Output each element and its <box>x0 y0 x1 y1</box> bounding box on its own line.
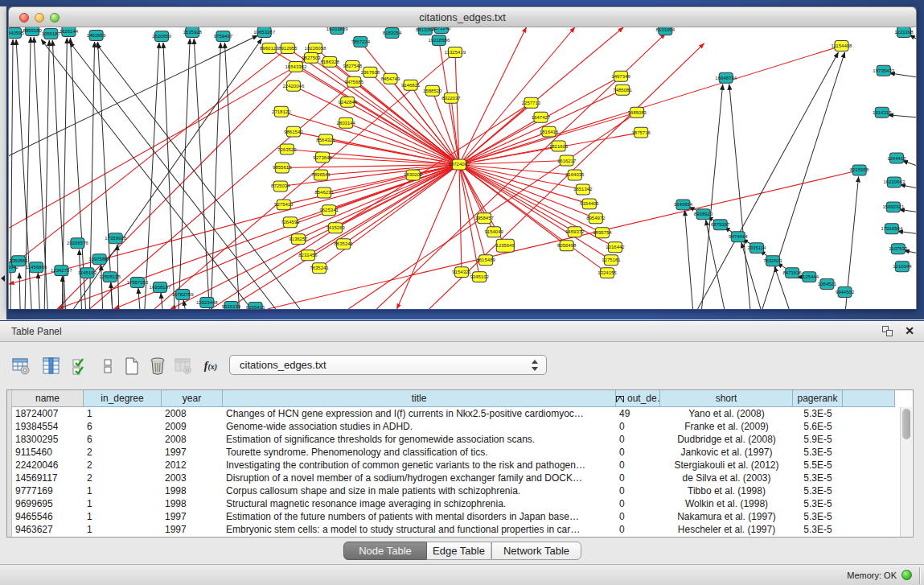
citation-edge-black[interactable] <box>41 39 251 309</box>
citation-edge-black[interactable] <box>889 73 916 77</box>
table-row[interactable]: 946554611997Estimation of the future num… <box>12 510 895 523</box>
table-row[interactable]: 1872400712008Changes of HCN gene express… <box>12 407 895 420</box>
table-cell[interactable]: Changes of HCN gene expression and I(f) … <box>223 407 616 420</box>
citation-edge-black[interactable] <box>111 282 113 309</box>
table-cell[interactable]: Estimation of the future numbers of pati… <box>223 510 616 523</box>
table-cell[interactable]: 1998 <box>162 497 223 510</box>
table-mode-icon[interactable] <box>10 355 32 377</box>
table-cell[interactable]: 5.3E-5 <box>793 497 843 510</box>
table-cell[interactable]: 2003 <box>162 472 223 484</box>
table-cell[interactable] <box>843 420 895 433</box>
table-cell[interactable]: 22420046 <box>12 459 84 472</box>
delete-column-icon[interactable] <box>146 355 169 377</box>
citation-edge-black[interactable] <box>9 35 258 156</box>
table-cell[interactable]: 9115460 <box>12 446 84 459</box>
table-cell[interactable]: 0 <box>616 497 660 510</box>
column-header-outde[interactable]: out_de… <box>616 390 660 407</box>
citation-edge-black[interactable] <box>897 231 916 233</box>
network-view-window[interactable]: citations_edges.txt 16405958959180105918… <box>8 6 917 310</box>
column-header-title[interactable]: title <box>223 390 616 407</box>
table-cell[interactable]: Stergiakouli et al. (2012) <box>660 459 793 472</box>
table-cell[interactable]: 1 <box>84 484 162 497</box>
table-cell[interactable] <box>843 459 895 472</box>
citation-edge-red[interactable] <box>268 170 860 309</box>
table-cell[interactable]: Dudbridge et al. (2008) <box>660 433 793 446</box>
citation-edge-red[interactable] <box>347 102 459 165</box>
citation-edge-black[interactable] <box>101 265 103 309</box>
table-cell[interactable]: Estimation of significance thresholds fo… <box>223 433 616 446</box>
table-row[interactable]: 977716911998Corpus callosum shape and si… <box>12 484 895 497</box>
table-cell[interactable]: Disruption of a novel member of a sodium… <box>223 472 616 484</box>
tab-network-table[interactable]: Network Table <box>491 542 581 560</box>
table-cell[interactable]: Wolkin et al. (1998) <box>660 497 793 510</box>
table-cell[interactable]: Tibbo et al. (1998) <box>660 484 793 497</box>
table-cell[interactable]: 2008 <box>162 433 223 446</box>
table-cell[interactable]: 0 <box>616 523 660 536</box>
table-panel-header[interactable]: Table Panel ✕ <box>0 321 924 342</box>
table-cell[interactable]: 1997 <box>162 446 223 459</box>
table-cell[interactable]: 9465546 <box>12 510 84 523</box>
tab-node-table[interactable]: Node Table <box>343 542 427 560</box>
table-cell[interactable]: Genome-wide association studies in ADHD. <box>223 420 616 433</box>
citation-edge-black[interactable] <box>698 52 839 309</box>
table-cell[interactable]: 0 <box>616 510 660 523</box>
table-cell[interactable]: Franke et al. (2009) <box>660 420 793 433</box>
column-header-short[interactable]: short <box>660 390 793 407</box>
column-header-pagerank[interactable]: pagerank <box>793 390 843 407</box>
citation-edge-black[interactable] <box>684 210 692 309</box>
table-cell[interactable]: 5.3E-5 <box>793 484 843 497</box>
table-cell[interactable]: 2009 <box>162 420 223 433</box>
column-header-year[interactable]: year <box>162 390 223 407</box>
create-column-icon[interactable] <box>121 355 143 377</box>
table-cell[interactable]: Tourette syndrome. Phenomenology and cla… <box>223 446 616 459</box>
table-cell[interactable]: 19384554 <box>12 420 84 433</box>
table-cell[interactable]: 1 <box>84 510 162 523</box>
table-cell[interactable]: Investigating the contribution of common… <box>223 459 616 472</box>
citation-edge-black[interactable] <box>97 43 300 309</box>
table-row[interactable]: 911546021997Tourette syndrome. Phenomeno… <box>12 446 895 459</box>
table-cell[interactable]: Nakamura et al. (1997) <box>660 510 793 523</box>
select-columns-icon[interactable] <box>69 355 92 377</box>
close-panel-icon[interactable]: ✕ <box>905 324 914 337</box>
table-cell[interactable]: Jankovic et al. (1997) <box>660 446 793 459</box>
table-cell[interactable]: 5.3E-5 <box>793 472 843 484</box>
table-cell[interactable]: 0 <box>616 420 660 433</box>
table-cell[interactable]: 5.3E-5 <box>793 407 843 420</box>
citation-edge-red[interactable] <box>9 165 459 285</box>
table-cell[interactable] <box>843 523 895 536</box>
citation-edge-black[interactable] <box>702 84 723 309</box>
table-cell[interactable] <box>843 472 895 484</box>
table-cell[interactable]: 1 <box>84 407 162 420</box>
scrollbar-thumb[interactable] <box>902 409 910 439</box>
table-cell[interactable]: 6 <box>84 433 162 446</box>
float-panel-icon[interactable] <box>882 326 893 337</box>
table-cell[interactable] <box>843 407 895 420</box>
citation-edge-red[interactable] <box>459 46 842 165</box>
citation-edge-red[interactable] <box>227 165 459 309</box>
table-row[interactable]: 2242004622012Investigating the contribut… <box>12 459 895 472</box>
table-cell[interactable]: Structural magnetic resonance image aver… <box>223 497 616 510</box>
citation-edge-black[interactable] <box>706 220 725 309</box>
citation-edge-black[interactable] <box>179 39 190 309</box>
table-cell[interactable]: 9777169 <box>12 484 84 497</box>
table-cell[interactable]: 14569117 <box>12 472 84 484</box>
table-row[interactable]: 1830029562008Estimation of significance … <box>12 433 895 446</box>
citation-edge-red[interactable] <box>319 165 459 269</box>
citation-edge-black[interactable] <box>902 161 916 166</box>
function-builder-icon[interactable]: f(x) <box>199 355 222 377</box>
table-cell[interactable]: 18300295 <box>12 433 84 446</box>
citation-edge-black[interactable] <box>145 43 159 309</box>
show-columns-icon[interactable] <box>40 355 63 377</box>
table-cell[interactable]: 0 <box>616 433 660 446</box>
column-header-blank[interactable] <box>843 390 895 407</box>
memory-ok-icon[interactable] <box>901 570 912 580</box>
table-cell[interactable]: 2 <box>84 459 162 472</box>
table-cell[interactable]: 2 <box>84 446 162 459</box>
table-cell[interactable]: 5.9E-5 <box>793 433 843 446</box>
table-cell[interactable]: Corpus callosum shape and size in male p… <box>223 484 616 497</box>
table-cell[interactable] <box>843 497 895 510</box>
table-cell[interactable]: 0 <box>616 459 660 472</box>
table-cell[interactable]: 0 <box>616 446 660 459</box>
table-cell[interactable]: 9463627 <box>12 523 84 536</box>
table-cell[interactable]: Hescheler et al. (1997) <box>660 523 793 536</box>
